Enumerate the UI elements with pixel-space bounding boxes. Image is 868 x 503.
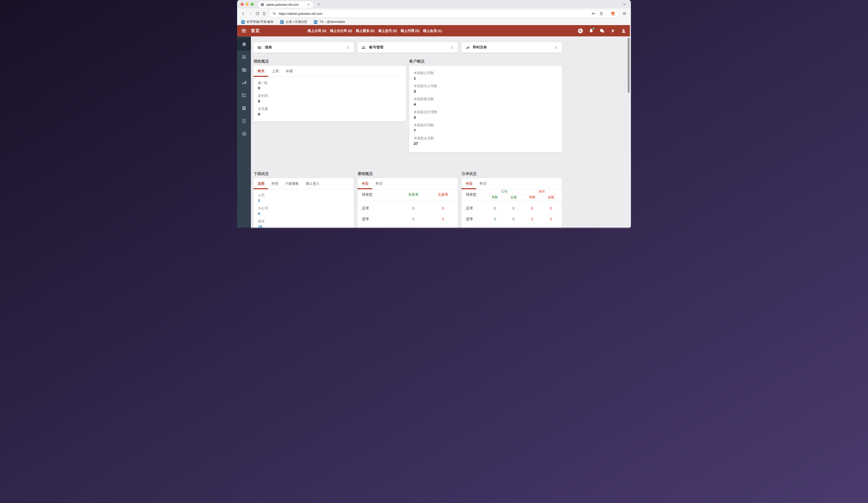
user-profile-icon[interactable]: [621, 28, 627, 34]
tab-view-only[interactable]: 只能看帐: [282, 178, 302, 189]
window-bottom-edge: [237, 228, 631, 228]
column-unsettled-amount: 金额: [542, 195, 561, 200]
nav-online-shareholder[interactable]: 线上股东 (0): [356, 29, 374, 33]
stat-branches: 分公司 6: [258, 206, 349, 216]
lightning-bolt-icon[interactable]: [610, 28, 616, 34]
minimize-window-button[interactable]: [246, 3, 249, 6]
tab-this-period[interactable]: 本期: [282, 66, 296, 76]
browser-menu-icon[interactable]: [621, 10, 628, 17]
notifications-bell-icon[interactable]: [588, 28, 594, 34]
site-settings-tune-icon[interactable]: [272, 12, 276, 15]
new-tab-button[interactable]: +: [316, 2, 321, 7]
browser-tab-strip: admin.poloniex-nft.com ✕ +: [237, 0, 631, 9]
bookmark-item[interactable]: Tm 认准->天美社区: [280, 20, 307, 24]
sidebar-item-home[interactable]: [237, 38, 251, 51]
stat-new-branches: 本期新分公司数 3: [414, 83, 557, 94]
ticket-tabs: 今日 昨日: [461, 178, 562, 189]
chevron-right-icon: [450, 45, 454, 50]
tab-today[interactable]: 今日: [461, 178, 476, 189]
bookmark-item[interactable]: Tm 程序搭建/开发/修复: [241, 20, 273, 24]
url-text[interactable]: https://admin.poloniex-nft.com: [279, 12, 588, 15]
sidebar-item-logs[interactable]: [237, 114, 251, 127]
ticket-status-panel: 今日 昨日 球类型 已结 未结 笔数: [461, 178, 562, 228]
tab-yesterday[interactable]: 昨日: [476, 178, 490, 189]
card-account-management[interactable]: 帐号管理: [358, 42, 458, 53]
column-ball-type: 球类型: [461, 189, 485, 200]
close-tab-icon[interactable]: ✕: [307, 2, 311, 7]
browser-tab[interactable]: admin.poloniex-nft.com ✕: [258, 1, 313, 8]
settled-amount: 0: [504, 206, 523, 210]
column-settled-count: 笔数: [485, 195, 504, 200]
tab-search-chevron-icon[interactable]: [622, 2, 627, 6]
bookmark-label: 认准->天美社区: [286, 20, 307, 24]
tab-last-week[interactable]: 上周: [268, 66, 282, 76]
bookmark-favicon: Tm: [241, 20, 245, 24]
home-icon: [241, 41, 247, 47]
row-label: 篮球: [461, 217, 485, 221]
column-group-unsettled: 未结: [523, 189, 560, 195]
stat-new-shareholders: 本期新股东数 4: [414, 96, 557, 107]
stat-label: 本期新公司数: [414, 70, 557, 75]
share-icon[interactable]: [599, 12, 603, 15]
performance-panel: 昨天 上周 本期 赢 / 输 0 获利率 0: [254, 66, 406, 122]
card-label: 报表: [265, 45, 346, 50]
sidebar-item-settings[interactable]: [237, 127, 251, 140]
stat-companies: 公司 2: [258, 192, 349, 203]
nav-online-company[interactable]: 线上公司 (0): [308, 29, 326, 33]
ticket-table-header: 球类型 已结 未结 笔数 金额 笔数 金额: [461, 189, 562, 200]
nav-online-agent[interactable]: 线上代理 (0): [401, 29, 420, 33]
sidebar-item-statistics[interactable]: [237, 76, 251, 89]
forward-button[interactable]: [247, 10, 254, 17]
bookmark-page-icon[interactable]: [261, 10, 268, 17]
column-ball-type: 球类型: [362, 192, 399, 197]
stat-new-companies: 本期新公司数 1: [414, 70, 557, 81]
tab-yesterday[interactable]: 昨天: [254, 66, 268, 76]
app-header: 首页 线上公司 (0) 线上分公司 (0) 线上股东 (0) 线上总代 (0) …: [237, 25, 631, 36]
column-group-settled: 已结: [485, 189, 523, 195]
sidebar-toggle-menu-icon[interactable]: [241, 28, 247, 34]
sidebar-item-accounts[interactable]: [237, 51, 251, 63]
back-button[interactable]: [240, 10, 247, 17]
report-icon: [257, 45, 262, 50]
account-users-icon: [361, 45, 366, 50]
card-realtime-tickets[interactable]: 即时注单: [461, 42, 562, 53]
downline-section-title: 下线状态: [254, 171, 354, 176]
tab-login-banned[interactable]: 禁止登入: [302, 178, 323, 189]
sidebar-item-reports[interactable]: [237, 63, 251, 76]
tab-today[interactable]: 今日: [358, 178, 372, 189]
password-key-icon[interactable]: [591, 11, 596, 16]
stat-value-link[interactable]: 2: [258, 198, 349, 203]
tab-yesterday[interactable]: 昨日: [372, 178, 386, 189]
zoom-window-button[interactable]: [251, 3, 254, 6]
messages-chat-icon[interactable]: [599, 28, 605, 34]
bookmark-favicon: Tm: [314, 20, 318, 24]
search-icon[interactable]: [578, 28, 583, 34]
bookmark-item[interactable]: Tm TG：@tianmeibbs: [314, 20, 345, 24]
card-reports[interactable]: 报表: [254, 42, 354, 53]
stat-label: 获利率: [258, 93, 402, 98]
bookmark-label: TG：@tianmeibbs: [319, 20, 345, 24]
close-window-button[interactable]: [241, 3, 244, 6]
nav-online-branch[interactable]: 线上分公司 (0): [330, 29, 352, 33]
globe-favicon-icon: [260, 3, 264, 7]
page-scrollbar[interactable]: [628, 38, 630, 93]
sidebar-item-forms[interactable]: [237, 89, 251, 102]
nav-online-master-agent[interactable]: 线上总代 (0): [378, 29, 397, 33]
sidebar-item-tickets[interactable]: [237, 102, 251, 114]
stat-value: 27: [414, 141, 557, 146]
tab-disabled[interactable]: 停用: [268, 178, 282, 189]
reload-button[interactable]: [254, 10, 261, 17]
stat-new-master-agents: 本期新总代理数 3: [414, 109, 557, 120]
row-label: 篮球: [362, 217, 399, 221]
address-bar[interactable]: https://admin.poloniex-nft.com: [269, 10, 618, 17]
app-body: 报表 帐号管理 即时注单 绩效概况: [237, 36, 631, 228]
stat-label: 公司: [258, 192, 349, 198]
stat-value-link[interactable]: 6: [258, 211, 349, 216]
tab-enabled[interactable]: 启用: [254, 178, 268, 189]
brave-shields-icon[interactable]: [611, 11, 615, 16]
nav-online-member[interactable]: 线上会员 (1): [423, 29, 442, 33]
ticket-row-football: 足球 0 0 0 0: [461, 203, 562, 213]
stat-label: 本期新分公司数: [414, 83, 557, 88]
bar-chart-icon: [241, 80, 247, 85]
documents-icon: [241, 67, 247, 73]
